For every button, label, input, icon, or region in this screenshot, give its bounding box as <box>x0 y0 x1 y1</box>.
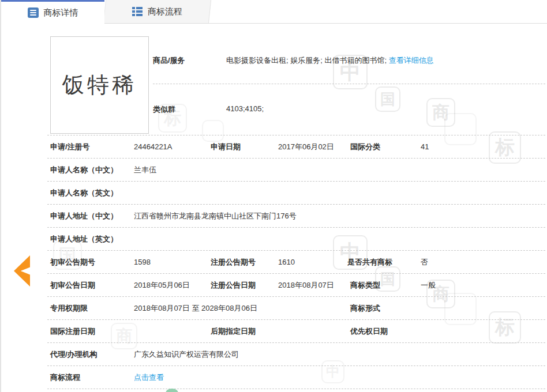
field-value: 24464221A <box>134 135 173 159</box>
field-label: 注册公告期号 <box>211 251 256 274</box>
tab-bar: 商标详情 商标流程 <box>1 0 547 24</box>
field-row: 申请/注册号 24464221A 申请日期 2017年06月02日 国际分类 4… <box>47 135 545 159</box>
field-value: 1610 <box>278 251 295 274</box>
field-label: 国际注册日期 <box>50 320 95 343</box>
tab-label: 商标详情 <box>44 7 78 18</box>
field-value: 江西省赣州市龙南县龙南镇中山社区下南门176号 <box>134 205 297 228</box>
field-row: 专用权期限 2018年08月07日 至 2028年08月06日 商标形式 <box>47 297 545 320</box>
field-row: 商标流程 点击查看 <box>47 366 545 389</box>
field-label: 商品/服务 <box>153 55 185 66</box>
field-value: 2018年08月07日 至 2028年08月06日 <box>134 297 257 320</box>
list-icon <box>132 7 143 16</box>
field-label: 申请人地址（中文） <box>50 205 118 228</box>
field-row: 申请人名称（英文） <box>47 182 545 205</box>
field-value: 41 <box>421 135 429 159</box>
field-label: 申请人名称（中文） <box>50 159 118 182</box>
field-value: 广东久益知识产权运营有限公司 <box>134 343 239 366</box>
field-label: 代理/办理机构 <box>50 343 98 366</box>
field-row: 初审公告期号 1598 注册公告期号 1610 是否共有商标 否 <box>47 251 545 274</box>
tab-trademark-process[interactable]: 商标流程 <box>104 0 210 23</box>
field-value: 4103;4105; <box>226 104 264 113</box>
field-label: 优先权日期 <box>350 320 388 343</box>
field-label: 初审公告期号 <box>50 251 95 274</box>
tab-trademark-detail[interactable]: 商标详情 <box>1 0 104 24</box>
field-value: 一般 <box>421 274 436 297</box>
field-label: 类似群 <box>153 104 175 115</box>
field-row: 申请人地址（英文） <box>47 228 545 251</box>
trademark-image: 饭特稀 <box>50 36 149 134</box>
view-detail-link[interactable]: 查看详细信息 <box>389 56 434 65</box>
field-value: 否 <box>421 251 428 274</box>
field-label: 申请人名称（英文） <box>50 182 118 205</box>
field-label: 国际分类 <box>350 135 380 159</box>
field-label: 注册公告日期 <box>211 274 256 297</box>
goods-value-text: 电影摄影设备出租; 娱乐服务; 出借书籍的图书馆; <box>226 56 389 65</box>
field-value: 兰丰伍 <box>134 159 156 182</box>
field-label: 商标形式 <box>350 297 380 320</box>
field-label: 申请人地址（英文） <box>50 228 118 251</box>
field-value: 电影摄影设备出租; 娱乐服务; 出借书籍的图书馆; 查看详细信息 <box>226 55 434 66</box>
field-label: 商标流程 <box>50 366 80 389</box>
detail-content: 中 国 商 标 标 国 中 国 商 标 商 中 饭特稀 商品/服务 电影摄影设备… <box>1 24 547 392</box>
field-label: 是否共有商标 <box>347 251 392 274</box>
field-label: 初审公告日期 <box>50 274 95 297</box>
tab-label: 商标流程 <box>148 6 182 17</box>
field-value: 2017年06月02日 <box>278 135 334 159</box>
field-value: 点击查看 <box>134 366 164 389</box>
field-label: 专用权期限 <box>50 297 88 320</box>
field-row: 申请人名称（中文） 兰丰伍 <box>47 159 545 182</box>
field-value: 2018年05月06日 <box>134 274 190 297</box>
field-row: 初审公告日期 2018年05月06日 注册公告日期 2018年08月07日 商标… <box>47 274 545 297</box>
row-divider <box>153 84 545 84</box>
document-icon <box>28 7 39 18</box>
field-label: 后期指定日期 <box>211 320 256 343</box>
click-to-view-link[interactable]: 点击查看 <box>134 373 164 382</box>
field-row: 申请人地址（中文） 江西省赣州市龙南县龙南镇中山社区下南门176号 <box>47 205 545 228</box>
field-row: 国际注册日期 后期指定日期 优先权日期 <box>47 320 545 343</box>
field-label: 申请/注册号 <box>50 135 90 159</box>
field-label: 申请日期 <box>211 135 241 159</box>
field-value: 2018年08月07日 <box>278 274 334 297</box>
field-value: 1598 <box>134 251 151 274</box>
field-row: 代理/办理机构 广东久益知识产权运营有限公司 <box>47 343 545 366</box>
field-label: 商标类型 <box>350 274 380 297</box>
trademark-header-block: 饭特稀 商品/服务 电影摄影设备出租; 娱乐服务; 出借书籍的图书馆; 查看详细… <box>47 24 545 135</box>
trademark-detail-page: 商标详情 商标流程 中 国 商 标 标 国 中 国 商 标 <box>0 0 547 392</box>
